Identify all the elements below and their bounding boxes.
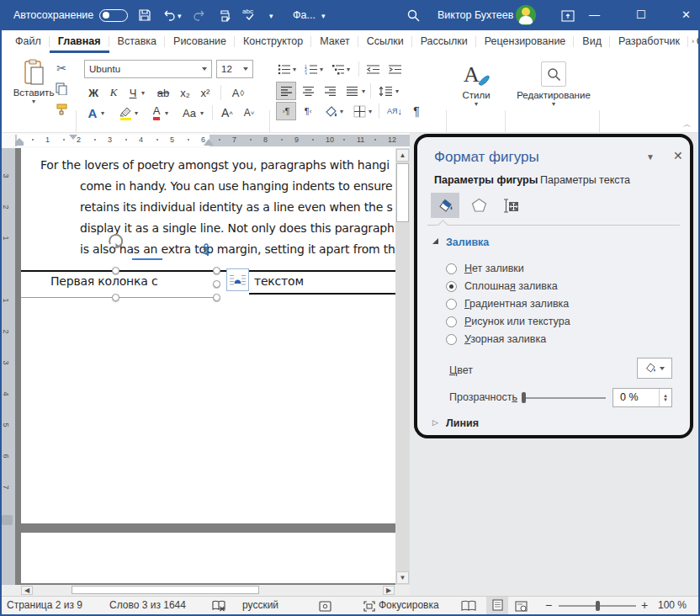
grow-font-button[interactable]: А˄ xyxy=(217,104,237,122)
selection-handle[interactable] xyxy=(112,267,119,274)
align-right-button[interactable] xyxy=(320,82,340,100)
shrink-font-button[interactable]: А˅ xyxy=(239,104,259,122)
vertical-scrollbar[interactable]: ▲ ▼ xyxy=(395,148,410,585)
undo-icon[interactable] xyxy=(162,8,177,23)
scroll-left-icon[interactable]: ◀ xyxy=(21,586,33,595)
zoom-slider-thumb[interactable] xyxy=(596,601,600,611)
radio-label-gradient-fill[interactable]: Градиентная заливка xyxy=(464,298,569,310)
effects-icon[interactable] xyxy=(464,193,493,218)
document-page-next[interactable] xyxy=(21,533,395,583)
transparency-spinner[interactable]: ▲▼ xyxy=(659,389,671,406)
text-effects-button[interactable]: А xyxy=(84,104,101,122)
focus-mode-label[interactable]: Фокусировка xyxy=(379,597,439,614)
selection-handle[interactable] xyxy=(112,294,119,301)
tab-references[interactable]: Ссылки xyxy=(358,30,412,53)
tab-draw[interactable]: Рисование xyxy=(165,30,235,53)
clear-formatting-button[interactable]: А◊ xyxy=(227,83,249,102)
radio-no-fill[interactable] xyxy=(446,263,457,274)
undo-dropdown-icon[interactable]: ▾ xyxy=(178,12,182,20)
change-case-button[interactable]: Аа xyxy=(178,104,200,122)
fill-section-header[interactable]: Заливка xyxy=(446,236,489,248)
multilevel-list-icon[interactable] xyxy=(330,60,347,78)
align-left-button[interactable] xyxy=(276,82,296,100)
panel-tab-shape-options[interactable]: Параметры фигуры xyxy=(434,174,538,186)
tab-mailings[interactable]: Рассылки xyxy=(412,30,476,53)
horizontal-ruler[interactable]: 123456789101112 xyxy=(15,135,410,146)
scroll-up-icon[interactable]: ▲ xyxy=(396,149,409,162)
selection-handle[interactable] xyxy=(213,280,220,288)
tab-scroll-icon[interactable]: › xyxy=(692,37,694,45)
borders-dropdown-icon[interactable]: ▾ xyxy=(369,108,372,115)
horizontal-scrollbar[interactable]: ◀ ▶ xyxy=(0,585,410,596)
transparency-value-box[interactable]: 0 % ▲▼ xyxy=(612,388,672,407)
multilevel-list-dropdown-icon[interactable]: ▾ xyxy=(347,66,350,73)
radio-gradient-fill[interactable] xyxy=(446,299,457,310)
radio-label-pattern-fill[interactable]: Узорная заливка xyxy=(464,333,546,345)
editing-button[interactable]: Редактирование ▾ xyxy=(512,61,596,108)
styles-button[interactable]: А Стили ▾ xyxy=(451,61,501,108)
tab-developer[interactable]: Разработчик xyxy=(610,30,688,53)
table-cell-text[interactable]: текстом xyxy=(254,274,304,288)
underline-button[interactable]: Ч xyxy=(125,83,141,102)
table-cell-text[interactable]: Первая колонка с xyxy=(50,274,157,288)
vertical-scroll-thumb[interactable] xyxy=(396,163,409,222)
ribbon-display-options-icon[interactable] xyxy=(560,8,575,24)
shading-dropdown-icon[interactable]: ▾ xyxy=(340,108,343,115)
search-icon[interactable] xyxy=(406,8,421,23)
tab-review[interactable]: Рецензирование xyxy=(476,30,575,53)
autosave-toggle[interactable] xyxy=(99,9,128,22)
show-marks-button[interactable]: ¶ xyxy=(407,102,426,120)
radio-pattern-fill[interactable] xyxy=(446,334,457,345)
page-indicator[interactable]: Страница 2 из 9 xyxy=(7,597,82,614)
vertical-ruler[interactable]: 32112345678 xyxy=(0,148,15,585)
bullet-list-dropdown-icon[interactable]: ▾ xyxy=(293,66,296,73)
shading-icon[interactable] xyxy=(321,102,340,120)
title-dropdown-icon[interactable]: ▾ xyxy=(321,12,326,20)
avatar[interactable] xyxy=(516,5,536,25)
horizontal-scroll-thumb[interactable] xyxy=(72,586,259,594)
fill-color-button[interactable] xyxy=(637,358,672,379)
italic-button[interactable]: К xyxy=(104,83,123,102)
change-case-dropdown-icon[interactable]: ▾ xyxy=(200,109,204,117)
copy-icon[interactable] xyxy=(52,79,71,98)
justify-dropdown-icon[interactable]: ▾ xyxy=(362,88,365,95)
language-indicator[interactable]: русский xyxy=(242,597,278,614)
line-spacing-dropdown-icon[interactable]: ▾ xyxy=(395,88,399,95)
fill-line-icon[interactable] xyxy=(431,193,459,218)
bullet-list-icon[interactable] xyxy=(276,60,293,78)
print-layout-icon[interactable] xyxy=(486,597,508,614)
strikethrough-button[interactable]: ab xyxy=(153,83,173,102)
borders-icon[interactable] xyxy=(350,102,369,120)
font-color-button[interactable]: А xyxy=(148,104,165,122)
transparency-slider-thumb[interactable] xyxy=(522,392,526,403)
redo-icon[interactable] xyxy=(192,8,207,23)
text-effects-dropdown-icon[interactable]: ▾ xyxy=(101,109,104,117)
collapse-ribbon-icon[interactable]: ︿ xyxy=(683,119,692,130)
line-section-header[interactable]: Линия xyxy=(446,417,479,429)
selection-handle[interactable] xyxy=(213,267,220,274)
highlight-button[interactable] xyxy=(116,104,135,122)
panel-menu-icon[interactable]: ▼ xyxy=(646,152,655,162)
radio-picture-fill[interactable] xyxy=(446,316,457,327)
line-spacing-icon[interactable] xyxy=(375,82,395,100)
decrease-indent-icon[interactable] xyxy=(363,60,382,78)
justify-button[interactable] xyxy=(342,82,362,100)
cut-icon[interactable]: ✂ xyxy=(52,59,71,77)
customize-toolbar-icon[interactable]: ▾ xyxy=(269,12,273,20)
font-size-combo[interactable]: 12 xyxy=(216,60,253,78)
word-count[interactable]: Слово 3 из 1644 xyxy=(109,597,186,614)
increase-indent-icon[interactable] xyxy=(385,60,404,78)
rotate-handle-icon[interactable] xyxy=(107,232,125,254)
tab-design[interactable]: Конструктор xyxy=(235,30,311,53)
zoom-in-button[interactable]: + xyxy=(641,597,648,614)
fill-collapse-icon[interactable] xyxy=(432,238,438,244)
font-color-dropdown-icon[interactable]: ▾ xyxy=(165,109,168,117)
panel-close-icon[interactable]: ✕ xyxy=(673,149,683,162)
panel-tab-text-options[interactable]: Параметры текста xyxy=(540,174,630,186)
paste-button[interactable]: Вставить ▾ xyxy=(10,59,57,105)
radio-label-no-fill[interactable]: Нет заливки xyxy=(464,263,524,274)
tab-file[interactable]: Файл xyxy=(7,30,50,53)
line-expand-icon[interactable]: ▷ xyxy=(432,418,438,427)
rtl-paragraph-button[interactable]: ¶‹ xyxy=(298,102,318,120)
tab-layout[interactable]: Макет xyxy=(311,30,358,53)
